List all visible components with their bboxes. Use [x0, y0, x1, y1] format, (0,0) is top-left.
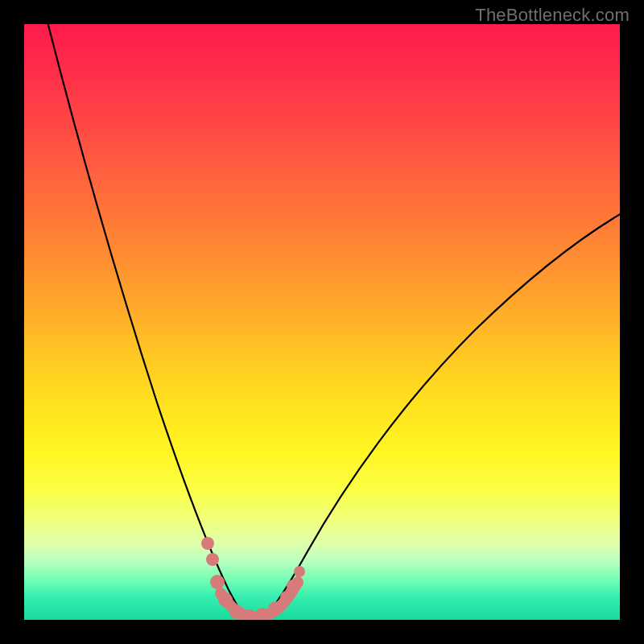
svg-point-10	[294, 566, 305, 577]
left-curve	[42, 24, 246, 617]
svg-point-4	[229, 605, 244, 619]
plot-area	[24, 24, 620, 620]
svg-point-9	[287, 580, 299, 592]
svg-point-3	[218, 592, 233, 607]
svg-point-0	[201, 537, 214, 550]
watermark-text: TheBottleneck.com	[475, 5, 630, 26]
chart-frame: TheBottleneck.com	[0, 0, 644, 644]
trough-markers	[201, 537, 305, 620]
chart-svg	[24, 24, 620, 620]
svg-point-1	[206, 553, 219, 566]
svg-point-7	[268, 601, 283, 616]
svg-point-2	[210, 575, 225, 589]
svg-point-8	[280, 591, 293, 604]
right-curve	[266, 213, 620, 617]
